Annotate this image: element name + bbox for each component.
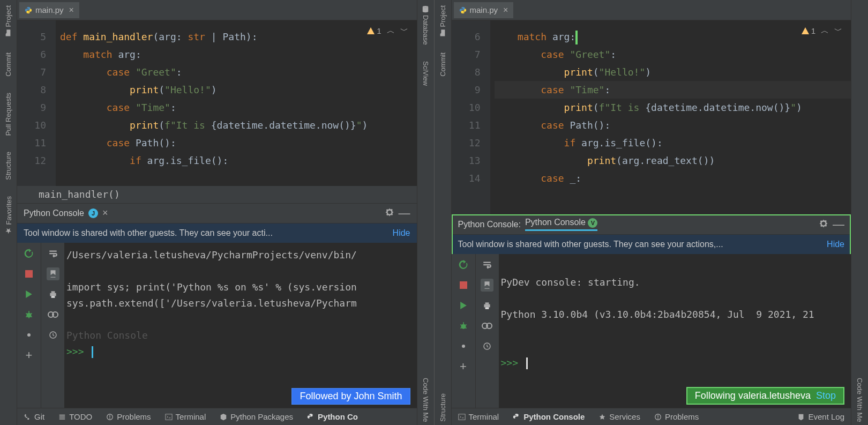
minimize-icon[interactable]: — (399, 206, 410, 220)
svg-point-23 (657, 417, 659, 419)
soft-wrap-icon[interactable] (47, 247, 59, 260)
python-icon (25, 6, 32, 14)
project-tool[interactable]: Project (439, 2, 447, 40)
git-status[interactable]: Git (24, 412, 44, 421)
problems-status[interactable]: Problems (106, 412, 151, 421)
commit-tool[interactable]: Commit (439, 49, 447, 80)
warnings-indicator[interactable]: 1 (366, 26, 381, 35)
svg-rect-15 (484, 304, 490, 307)
prev-highlight-icon[interactable]: ︿ (387, 26, 395, 36)
debug-icon[interactable] (457, 319, 470, 332)
next-highlight-icon[interactable]: ﹀ (834, 26, 842, 36)
toolwin-title: Python Console (24, 208, 84, 218)
favorites-tool[interactable]: ★Favorites (4, 193, 13, 238)
close-icon[interactable]: × (69, 5, 74, 15)
svg-rect-0 (25, 270, 33, 278)
svg-rect-3 (51, 291, 55, 293)
structure-tool[interactable]: Structure (4, 148, 12, 183)
code-editor[interactable]: 56789101112 def main_handler(arg: str | … (17, 20, 417, 186)
console-action-toolbar (475, 254, 499, 408)
stop-following-link[interactable]: Stop (816, 390, 836, 401)
code-with-me-tool[interactable]: Code With Me (422, 375, 430, 425)
terminal-status[interactable]: Terminal (458, 412, 499, 421)
settings-icon[interactable] (23, 329, 35, 341)
rerun-icon[interactable] (457, 258, 470, 271)
rerun-icon[interactable] (23, 247, 35, 260)
show-vars-icon[interactable] (47, 308, 59, 321)
services-status[interactable]: Services (598, 412, 640, 421)
right-tool-rail: Database SciView Code With Me (417, 0, 434, 425)
code-with-me-tool[interactable]: Code With Me (856, 375, 864, 425)
toolwin-header: Python Console J × — (17, 203, 417, 223)
pull-requests-tool[interactable]: Pull Requests (4, 90, 12, 139)
debug-icon[interactable] (23, 308, 35, 321)
structure-tool[interactable]: Structure (439, 390, 447, 425)
add-icon[interactable]: + (23, 349, 35, 362)
pyconsole-status[interactable]: Python Co (307, 412, 358, 421)
run-icon[interactable] (457, 299, 470, 312)
packages-status[interactable]: Python Packages (220, 412, 293, 421)
warnings-indicator[interactable]: 1 (801, 26, 815, 35)
project-tool[interactable]: Project (4, 2, 12, 40)
svg-point-1 (27, 312, 32, 317)
tab-main-py[interactable]: main.py × (454, 2, 514, 18)
run-icon[interactable] (23, 288, 35, 301)
prev-highlight-icon[interactable]: ︿ (821, 26, 829, 36)
close-icon[interactable]: × (102, 207, 108, 219)
hide-link[interactable]: Hide (393, 228, 410, 238)
guest-badge-v: V (588, 218, 597, 228)
following-chip[interactable]: Following valeria.letusheva Stop (686, 387, 844, 405)
history-icon[interactable] (481, 340, 493, 353)
svg-point-12 (423, 6, 429, 8)
console-output[interactable]: PyDev console: starting. Python 3.10.0b4… (499, 254, 851, 408)
svg-point-14 (461, 324, 466, 329)
show-vars-icon[interactable] (481, 319, 493, 332)
console-run-toolbar: + (452, 254, 475, 408)
gear-icon[interactable] (385, 207, 394, 219)
toolwin-tab[interactable]: Python Console V (525, 218, 597, 231)
eventlog-status[interactable]: Event Log (797, 412, 844, 421)
soft-wrap-icon[interactable] (481, 258, 493, 271)
followed-by-chip[interactable]: Followed by John Smith (291, 388, 410, 405)
breadcrumb[interactable]: main_handler() (17, 186, 417, 203)
next-highlight-icon[interactable]: ﹀ (400, 26, 408, 36)
print-icon[interactable] (481, 299, 493, 312)
guest-badge-j: J (88, 208, 98, 218)
code-area[interactable]: match arg: case "Greet": print("Hello!")… (490, 20, 851, 214)
left-tool-rail: Project Commit Structure (435, 0, 452, 425)
pyconsole-status[interactable]: Python Console (513, 412, 585, 421)
console-body: + PyDev console: starting. Python 3.10.0… (452, 254, 851, 408)
todo-status[interactable]: TODO (58, 412, 92, 421)
database-tool[interactable]: Database (422, 2, 430, 48)
add-icon[interactable]: + (457, 360, 470, 373)
shared-banner: Tool window is shared with other guests.… (452, 235, 851, 254)
tab-main-py[interactable]: main.py × (19, 2, 79, 18)
scroll-end-icon[interactable] (47, 267, 59, 280)
close-icon[interactable]: × (503, 5, 508, 15)
code-area[interactable]: def main_handler(arg: str | Path): match… (56, 20, 417, 186)
problems-status[interactable]: Problems (654, 412, 699, 421)
settings-icon[interactable] (457, 340, 470, 353)
sciview-tool[interactable]: SciView (422, 58, 430, 89)
svg-rect-16 (485, 302, 489, 304)
gear-icon[interactable] (819, 219, 828, 230)
left-tool-rail: Project Commit Pull Requests Structure ★… (0, 0, 17, 425)
stop-icon[interactable] (23, 267, 35, 280)
terminal-status[interactable]: Terminal (165, 412, 206, 421)
history-icon[interactable] (47, 329, 59, 341)
line-gutter: 56789101112 (17, 20, 56, 186)
console-action-toolbar (41, 243, 64, 408)
print-icon[interactable] (47, 288, 59, 301)
python-icon (459, 6, 467, 14)
hide-link[interactable]: Hide (827, 240, 844, 249)
commit-tool[interactable]: Commit (4, 49, 12, 80)
console-output[interactable]: /Users/valeria.letusheva/PycharmProjects… (64, 243, 417, 408)
editor-tabbar: main.py × (452, 0, 851, 20)
code-editor[interactable]: 67891011121314 match arg: case "Greet": … (452, 20, 851, 214)
svg-rect-17 (485, 307, 489, 309)
minimize-icon[interactable]: — (833, 218, 844, 232)
tab-label: main.py (35, 5, 64, 14)
stop-icon[interactable] (457, 279, 470, 292)
line-gutter: 67891011121314 (452, 20, 490, 214)
scroll-end-icon[interactable] (481, 279, 493, 292)
